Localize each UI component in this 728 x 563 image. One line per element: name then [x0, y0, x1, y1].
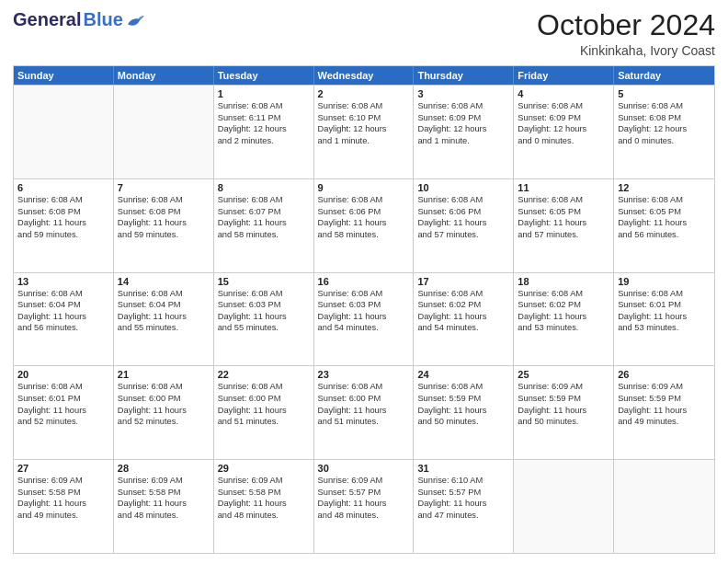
day-number: 15	[218, 276, 310, 287]
cell-line-2: Daylight: 11 hours	[518, 217, 609, 229]
cell-line-3: and 56 minutes.	[618, 229, 711, 241]
calendar-body: 1Sunrise: 6:08 AMSunset: 6:11 PMDaylight…	[14, 85, 714, 553]
day-cell-29: 29Sunrise: 6:09 AMSunset: 5:58 PMDayligh…	[214, 460, 314, 553]
cell-line-0: Sunrise: 6:08 AM	[17, 194, 109, 206]
day-cell-28: 28Sunrise: 6:09 AMSunset: 5:58 PMDayligh…	[114, 460, 214, 553]
cell-line-2: Daylight: 11 hours	[417, 217, 509, 229]
day-cell-10: 10Sunrise: 6:08 AMSunset: 6:06 PMDayligh…	[414, 179, 514, 272]
day-cell-19: 19Sunrise: 6:08 AMSunset: 6:01 PMDayligh…	[614, 273, 714, 366]
week-row-1: 1Sunrise: 6:08 AMSunset: 6:11 PMDaylight…	[14, 85, 714, 178]
cell-line-1: Sunset: 6:08 PM	[118, 206, 210, 218]
cell-line-1: Sunset: 6:00 PM	[118, 393, 210, 405]
cell-line-1: Sunset: 6:09 PM	[417, 112, 509, 124]
cell-line-1: Sunset: 5:58 PM	[17, 487, 109, 499]
day-cell-15: 15Sunrise: 6:08 AMSunset: 6:03 PMDayligh…	[214, 273, 314, 366]
empty-cell	[614, 460, 714, 553]
day-cell-6: 6Sunrise: 6:08 AMSunset: 6:08 PMDaylight…	[14, 179, 114, 272]
day-number: 14	[118, 276, 210, 287]
day-cell-13: 13Sunrise: 6:08 AMSunset: 6:04 PMDayligh…	[14, 273, 114, 366]
cell-line-0: Sunrise: 6:09 AM	[318, 475, 410, 487]
week-row-5: 27Sunrise: 6:09 AMSunset: 5:58 PMDayligh…	[14, 459, 714, 553]
col-header-thursday: Thursday	[414, 66, 514, 85]
cell-line-1: Sunset: 6:11 PM	[218, 112, 310, 124]
day-cell-17: 17Sunrise: 6:08 AMSunset: 6:02 PMDayligh…	[414, 273, 514, 366]
day-number: 26	[618, 369, 711, 380]
cell-line-3: and 59 minutes.	[118, 229, 210, 241]
cell-line-3: and 58 minutes.	[318, 229, 410, 241]
cell-line-3: and 55 minutes.	[118, 322, 210, 334]
cell-line-1: Sunset: 6:05 PM	[518, 206, 609, 218]
day-number: 28	[118, 463, 210, 474]
day-number: 21	[118, 369, 210, 380]
cell-line-1: Sunset: 6:03 PM	[218, 299, 310, 311]
cell-line-0: Sunrise: 6:08 AM	[218, 288, 310, 300]
cell-line-2: Daylight: 11 hours	[118, 498, 210, 510]
cell-line-3: and 0 minutes.	[618, 135, 711, 147]
cell-line-3: and 48 minutes.	[318, 510, 410, 522]
day-cell-11: 11Sunrise: 6:08 AMSunset: 6:05 PMDayligh…	[514, 179, 614, 272]
day-number: 13	[17, 276, 109, 287]
cell-line-0: Sunrise: 6:08 AM	[417, 194, 509, 206]
day-number: 16	[318, 276, 410, 287]
cell-line-3: and 49 minutes.	[618, 416, 711, 428]
cell-line-1: Sunset: 5:59 PM	[618, 393, 711, 405]
day-number: 22	[218, 369, 310, 380]
cell-line-1: Sunset: 6:05 PM	[618, 206, 711, 218]
day-number: 9	[318, 182, 410, 193]
cell-line-0: Sunrise: 6:09 AM	[118, 475, 210, 487]
day-cell-18: 18Sunrise: 6:08 AMSunset: 6:02 PMDayligh…	[514, 273, 614, 366]
cell-line-2: Daylight: 11 hours	[417, 498, 509, 510]
cell-line-2: Daylight: 11 hours	[417, 405, 509, 417]
cell-line-1: Sunset: 6:08 PM	[17, 206, 109, 218]
cell-line-0: Sunrise: 6:08 AM	[318, 288, 410, 300]
cell-line-1: Sunset: 5:59 PM	[518, 393, 609, 405]
cell-line-2: Daylight: 12 hours	[518, 123, 609, 135]
cell-line-2: Daylight: 11 hours	[218, 498, 310, 510]
col-header-friday: Friday	[514, 66, 614, 85]
cell-line-3: and 2 minutes.	[218, 135, 310, 147]
cell-line-1: Sunset: 6:10 PM	[318, 112, 410, 124]
calendar-header-row: SundayMondayTuesdayWednesdayThursdayFrid…	[14, 66, 714, 85]
day-number: 17	[417, 276, 509, 287]
cell-line-0: Sunrise: 6:08 AM	[518, 100, 609, 112]
cell-line-3: and 50 minutes.	[417, 416, 509, 428]
cell-line-0: Sunrise: 6:08 AM	[417, 288, 509, 300]
cell-line-3: and 51 minutes.	[218, 416, 310, 428]
month-title: October 2024	[537, 9, 715, 41]
cell-line-2: Daylight: 11 hours	[17, 311, 109, 323]
day-number: 3	[417, 88, 509, 99]
col-header-wednesday: Wednesday	[314, 66, 415, 85]
cell-line-0: Sunrise: 6:08 AM	[118, 194, 210, 206]
empty-cell	[114, 86, 214, 178]
cell-line-1: Sunset: 5:59 PM	[417, 393, 509, 405]
day-number: 4	[518, 88, 609, 99]
day-number: 2	[318, 88, 410, 99]
cell-line-2: Daylight: 11 hours	[318, 311, 410, 323]
day-number: 11	[518, 182, 609, 193]
cell-line-0: Sunrise: 6:09 AM	[618, 381, 711, 393]
cell-line-1: Sunset: 6:04 PM	[17, 299, 109, 311]
day-cell-5: 5Sunrise: 6:08 AMSunset: 6:08 PMDaylight…	[614, 86, 714, 178]
cell-line-1: Sunset: 5:58 PM	[118, 487, 210, 499]
cell-line-3: and 51 minutes.	[318, 416, 410, 428]
logo: GeneralBlue	[13, 9, 145, 30]
col-header-tuesday: Tuesday	[214, 66, 314, 85]
cell-line-0: Sunrise: 6:09 AM	[518, 381, 609, 393]
day-number: 23	[318, 369, 410, 380]
cell-line-2: Daylight: 11 hours	[618, 311, 711, 323]
cell-line-0: Sunrise: 6:08 AM	[618, 194, 711, 206]
day-number: 7	[118, 182, 210, 193]
cell-line-3: and 53 minutes.	[618, 322, 711, 334]
cell-line-3: and 56 minutes.	[17, 322, 109, 334]
cell-line-2: Daylight: 11 hours	[417, 311, 509, 323]
cell-line-1: Sunset: 5:58 PM	[218, 487, 310, 499]
cell-line-2: Daylight: 11 hours	[618, 217, 711, 229]
day-cell-1: 1Sunrise: 6:08 AMSunset: 6:11 PMDaylight…	[214, 86, 314, 178]
cell-line-3: and 59 minutes.	[17, 229, 109, 241]
day-number: 19	[618, 276, 711, 287]
day-cell-30: 30Sunrise: 6:09 AMSunset: 5:57 PMDayligh…	[314, 460, 415, 553]
day-cell-31: 31Sunrise: 6:10 AMSunset: 5:57 PMDayligh…	[414, 460, 514, 553]
cell-line-0: Sunrise: 6:08 AM	[17, 288, 109, 300]
cell-line-1: Sunset: 6:06 PM	[417, 206, 509, 218]
cell-line-0: Sunrise: 6:08 AM	[417, 100, 509, 112]
